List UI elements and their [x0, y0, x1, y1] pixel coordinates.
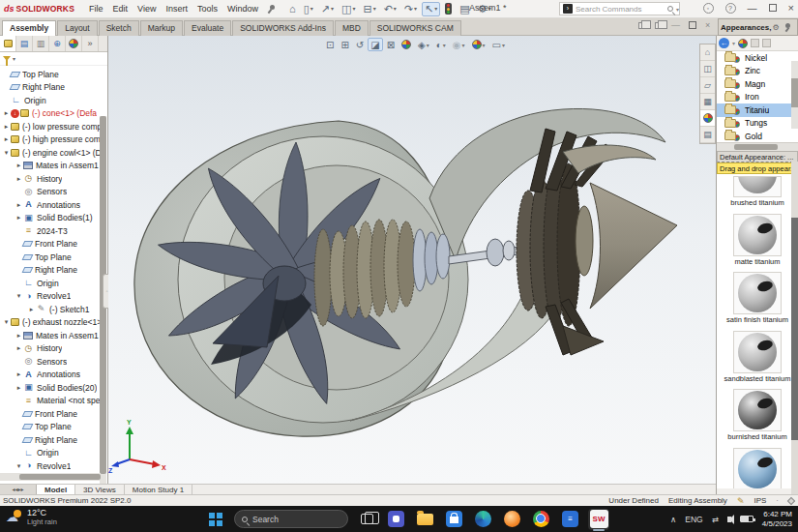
battery-icon[interactable]	[740, 516, 754, 522]
tab-pager-control[interactable]: ◂◂▸▸	[0, 485, 37, 494]
clock-widget[interactable]: 6:42 PM 4/5/2023	[762, 510, 792, 528]
task-view-button[interactable]	[356, 509, 377, 530]
tree-item[interactable]: Top Plane	[0, 421, 101, 434]
tree-item[interactable]: ▸AAnnotations	[0, 369, 101, 382]
doc-tab-model[interactable]: Model	[37, 485, 75, 494]
forward-dropdown-icon[interactable]: ▾	[732, 40, 735, 46]
expand-arrow-icon[interactable]: ▸	[15, 201, 23, 209]
tree-item[interactable]: Front Plane	[0, 407, 101, 421]
teams-icon[interactable]	[385, 509, 406, 530]
swatch-brushed-titanium[interactable]: brushed titanium	[717, 176, 798, 208]
displaymanager-tab[interactable]	[66, 36, 82, 51]
tree-item[interactable]: ▸✎(-) Sketch1	[0, 303, 101, 316]
microsoft-store-icon[interactable]	[443, 509, 464, 530]
tab-sketch[interactable]: Sketch	[99, 20, 139, 36]
folder-list-scrollbar[interactable]	[791, 61, 798, 129]
tab-solidworks-cam[interactable]: SOLIDWORKS CAM	[369, 20, 461, 36]
swatch-satin-finish-titanium[interactable]: satin finish titanium	[717, 272, 798, 325]
design-library-tab-icon[interactable]: ◫	[700, 61, 715, 77]
tree-item[interactable]: ▸↓(-) cone<1> (Defa	[0, 107, 101, 121]
expand-arrow-icon[interactable]: ▸	[15, 214, 23, 222]
restore-button[interactable]	[769, 4, 777, 12]
doc-tab-3d-views[interactable]: 3D Views	[75, 485, 125, 494]
dimxpertmanager-tab[interactable]: ⊕	[49, 36, 66, 51]
appearance-folder-iron[interactable]: Iron	[717, 91, 798, 104]
menu-insert[interactable]: Insert	[161, 4, 192, 14]
doc-tab-motion-study-1[interactable]: Motion Study 1	[125, 485, 192, 494]
tree-item[interactable]: ▸AAnnotations	[0, 198, 101, 212]
expand-arrow-icon[interactable]: ▸	[15, 162, 23, 169]
appearance-folder-tungs[interactable]: Tungs	[717, 117, 798, 131]
appearance-folder-titaniu[interactable]: Titaniu	[717, 103, 798, 117]
tree-item[interactable]: ∟Origin	[0, 447, 101, 460]
tab-mbd[interactable]: MBD	[335, 20, 369, 36]
print-icon[interactable]: ⊟▾	[360, 2, 378, 16]
back-icon[interactable]: ←	[719, 38, 729, 48]
menu-pin-icon[interactable]	[267, 5, 276, 14]
taskbar-search[interactable]: Search	[234, 510, 348, 528]
tag-icon[interactable]	[787, 496, 795, 504]
swatch-cast-titanium[interactable]: cast titanium	[717, 448, 798, 489]
command-search-box[interactable]: › Search Commands ▾	[559, 2, 680, 15]
measure-icon[interactable]: ⊠	[384, 38, 398, 51]
tab-solidworks-add-ins[interactable]: SOLIDWORKS Add-Ins	[232, 20, 334, 36]
swatch-matte-titanium[interactable]: matte titanium	[717, 214, 798, 267]
tab-assembly[interactable]: Assembly	[2, 20, 56, 36]
undo-icon[interactable]: ↶▾	[381, 2, 399, 16]
expand-arrow-icon[interactable]: ▸	[2, 135, 11, 143]
chrome-icon[interactable]	[530, 509, 551, 530]
swatch-scrollbar[interactable]	[791, 162, 798, 494]
filter-dropdown-icon[interactable]: ▾	[13, 55, 15, 62]
appearance-folder-nickel[interactable]: Nickel	[717, 51, 798, 65]
home-tab-icon[interactable]: ⌂	[700, 44, 715, 61]
configurationmanager-tab[interactable]: ▥	[33, 36, 49, 51]
filter-icon[interactable]	[3, 56, 11, 61]
tree-horizontal-scrollbar[interactable]	[0, 473, 101, 481]
tab-markup[interactable]: Markup	[140, 20, 183, 36]
expand-arrow-icon[interactable]: ▸	[27, 306, 36, 313]
tree-item[interactable]: ◎Sensors	[0, 186, 101, 199]
tree-item[interactable]: Right Plane	[0, 264, 101, 278]
view-palette-tab-icon[interactable]: ▦	[700, 94, 715, 110]
orange-app-icon[interactable]	[501, 509, 522, 530]
tray-expand-icon[interactable]: ∧	[670, 515, 676, 524]
volume-icon[interactable]	[727, 517, 731, 522]
expand-arrow-icon[interactable]: ▸	[15, 384, 23, 392]
appearance-folder-gold[interactable]: Gold	[717, 130, 798, 143]
tree-item[interactable]: ▸◷History	[0, 342, 101, 356]
login-icon[interactable]: ◦	[703, 3, 714, 14]
tree-item[interactable]: ∟Origin	[0, 277, 101, 290]
tree-item[interactable]: ▸Mates in Assem1	[0, 160, 101, 173]
appearances-ball-icon[interactable]	[738, 39, 748, 48]
file-explorer-icon[interactable]	[414, 509, 435, 530]
expand-arrow-icon[interactable]: ▸	[2, 123, 11, 131]
network-icon[interactable]: ⇄	[712, 515, 719, 524]
tree-item[interactable]: ▾(-) exhaust nozzle<1>	[0, 316, 101, 330]
expand-arrow-icon[interactable]: ▸	[15, 175, 23, 183]
close-button[interactable]: ×	[788, 2, 794, 14]
cascade-windows-icon[interactable]	[655, 22, 663, 29]
units-selector[interactable]: IPS	[754, 496, 766, 505]
tree-item[interactable]: ▸▣Solid Bodies(20)	[0, 381, 101, 395]
task-pane-header[interactable]: Appearances, Sc ⚙	[718, 18, 798, 36]
propertymanager-tab[interactable]: ▤	[16, 36, 33, 51]
menu-file[interactable]: File	[84, 4, 108, 14]
tree-item[interactable]: ▸(-) high pressure comp	[0, 133, 101, 147]
weather-widget[interactable]: ☁ 12°C Light rain	[6, 508, 57, 526]
tree-item[interactable]: ≡2024-T3	[0, 224, 101, 238]
engine-3d-model[interactable]: Y X Z	[108, 36, 716, 484]
appearance-folder-magn[interactable]: Magn	[717, 77, 798, 91]
minimize-button[interactable]: —	[748, 3, 757, 14]
units-dropdown-icon[interactable]: ·	[776, 496, 779, 505]
doc-minimize-button[interactable]: —	[671, 20, 680, 30]
new-window-icon[interactable]	[638, 22, 646, 29]
redo-icon[interactable]: ↷▾	[401, 2, 420, 16]
hide-show-items-icon[interactable]: ◉▾	[450, 38, 468, 51]
pane-tool-icon-2[interactable]	[762, 39, 771, 47]
expand-arrow-icon[interactable]: ▾	[2, 149, 11, 157]
view-orientation-icon[interactable]: ◈▾	[415, 38, 432, 51]
search-dropdown-icon[interactable]: ▾	[676, 6, 679, 13]
tab-evaluate[interactable]: Evaluate	[184, 20, 231, 36]
tree-item[interactable]: ∟Origin	[0, 94, 101, 107]
menu-edit[interactable]: Edit	[108, 4, 133, 14]
